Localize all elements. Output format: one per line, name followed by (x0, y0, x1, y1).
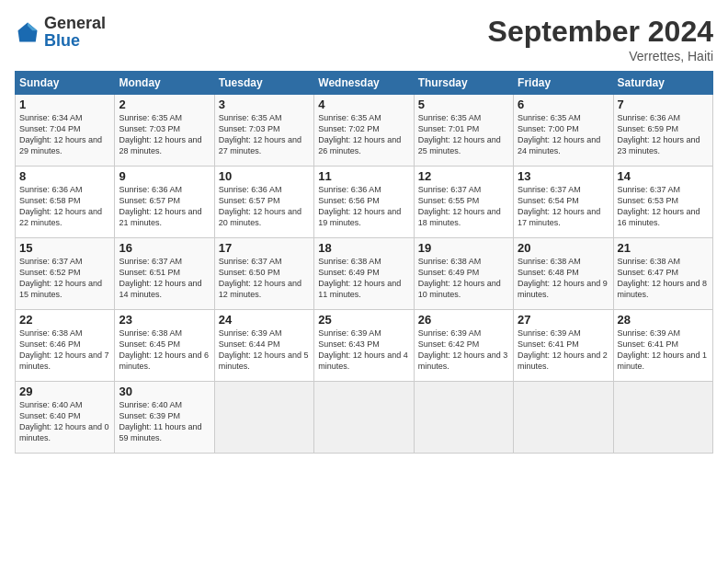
table-row: 18Sunrise: 6:38 AMSunset: 6:49 PMDayligh… (314, 238, 414, 310)
calendar-week-3: 15Sunrise: 6:37 AMSunset: 6:52 PMDayligh… (16, 238, 713, 310)
day-number: 21 (618, 241, 709, 255)
table-row: 28Sunrise: 6:39 AMSunset: 6:41 PMDayligh… (613, 310, 712, 382)
table-row: 4Sunrise: 6:35 AMSunset: 7:02 PMDaylight… (314, 95, 414, 167)
title-area: September 2024 Verrettes, Haiti (488, 15, 713, 63)
day-info: Sunrise: 6:35 AMSunset: 7:00 PMDaylight:… (518, 113, 600, 155)
day-info: Sunrise: 6:38 AMSunset: 6:45 PMDaylight:… (119, 328, 209, 371)
day-info: Sunrise: 6:36 AMSunset: 6:56 PMDaylight:… (318, 185, 401, 227)
calendar-table: Sunday Monday Tuesday Wednesday Thursday… (15, 71, 713, 454)
table-row: 8Sunrise: 6:36 AMSunset: 6:58 PMDaylight… (16, 167, 115, 238)
logo: General Blue (15, 15, 106, 50)
day-number: 6 (518, 98, 609, 111)
day-info: Sunrise: 6:38 AMSunset: 6:48 PMDaylight:… (518, 257, 608, 299)
day-info: Sunrise: 6:38 AMSunset: 6:46 PMDaylight:… (19, 328, 109, 371)
day-number: 11 (318, 169, 409, 183)
calendar-header-row: Sunday Monday Tuesday Wednesday Thursday… (16, 72, 713, 95)
table-row: 11Sunrise: 6:36 AMSunset: 6:56 PMDayligh… (314, 167, 414, 238)
day-info: Sunrise: 6:35 AMSunset: 7:03 PMDaylight:… (219, 113, 301, 155)
table-row: 14Sunrise: 6:37 AMSunset: 6:53 PMDayligh… (613, 167, 712, 238)
table-row: 10Sunrise: 6:36 AMSunset: 6:57 PMDayligh… (214, 167, 313, 238)
calendar-week-4: 22Sunrise: 6:38 AMSunset: 6:46 PMDayligh… (16, 310, 713, 382)
col-friday: Friday (514, 72, 613, 95)
day-number: 13 (518, 169, 609, 183)
logo-general-text: General (44, 14, 106, 32)
day-number: 8 (19, 169, 110, 183)
logo-icon (15, 19, 40, 45)
table-row: 24Sunrise: 6:39 AMSunset: 6:44 PMDayligh… (214, 310, 313, 382)
table-row: 19Sunrise: 6:38 AMSunset: 6:49 PMDayligh… (414, 238, 513, 310)
day-info: Sunrise: 6:38 AMSunset: 6:49 PMDaylight:… (418, 257, 501, 299)
day-number: 5 (418, 98, 509, 111)
table-row: 12Sunrise: 6:37 AMSunset: 6:55 PMDayligh… (414, 167, 513, 238)
col-tuesday: Tuesday (214, 72, 313, 95)
day-info: Sunrise: 6:37 AMSunset: 6:55 PMDaylight:… (418, 185, 501, 227)
day-number: 28 (618, 313, 709, 327)
table-row: 17Sunrise: 6:37 AMSunset: 6:50 PMDayligh… (214, 238, 313, 310)
day-number: 23 (119, 313, 210, 327)
table-row: 22Sunrise: 6:38 AMSunset: 6:46 PMDayligh… (16, 310, 115, 382)
day-info: Sunrise: 6:36 AMSunset: 6:57 PMDaylight:… (219, 185, 301, 227)
day-info: Sunrise: 6:34 AMSunset: 7:04 PMDaylight:… (19, 113, 102, 155)
day-number: 14 (618, 169, 709, 183)
day-info: Sunrise: 6:40 AMSunset: 6:40 PMDaylight:… (19, 400, 109, 442)
day-info: Sunrise: 6:37 AMSunset: 6:53 PMDaylight:… (618, 185, 700, 227)
table-row: 9Sunrise: 6:36 AMSunset: 6:57 PMDaylight… (115, 167, 214, 238)
calendar-week-1: 1Sunrise: 6:34 AMSunset: 7:04 PMDaylight… (16, 95, 713, 167)
day-info: Sunrise: 6:38 AMSunset: 6:49 PMDaylight:… (318, 257, 401, 299)
table-row: 26Sunrise: 6:39 AMSunset: 6:42 PMDayligh… (414, 310, 513, 382)
day-number: 4 (318, 98, 409, 111)
day-info: Sunrise: 6:39 AMSunset: 6:44 PMDaylight:… (219, 328, 309, 371)
header: General Blue September 2024 Verrettes, H… (15, 15, 713, 63)
table-row: 5Sunrise: 6:35 AMSunset: 7:01 PMDaylight… (414, 95, 513, 167)
day-number: 16 (119, 241, 210, 255)
day-info: Sunrise: 6:40 AMSunset: 6:39 PMDaylight:… (119, 400, 201, 442)
day-number: 19 (418, 241, 509, 255)
table-row: 16Sunrise: 6:37 AMSunset: 6:51 PMDayligh… (115, 238, 214, 310)
col-monday: Monday (115, 72, 214, 95)
col-thursday: Thursday (414, 72, 513, 95)
day-number: 2 (119, 98, 210, 111)
day-number: 29 (19, 385, 110, 398)
table-row: 7Sunrise: 6:36 AMSunset: 6:59 PMDaylight… (613, 95, 712, 167)
day-number: 3 (219, 98, 310, 111)
day-info: Sunrise: 6:36 AMSunset: 6:59 PMDaylight:… (618, 113, 700, 155)
table-row: 29Sunrise: 6:40 AMSunset: 6:40 PMDayligh… (16, 382, 115, 454)
location-title: Verrettes, Haiti (488, 49, 713, 63)
day-info: Sunrise: 6:39 AMSunset: 6:43 PMDaylight:… (318, 328, 408, 371)
day-info: Sunrise: 6:37 AMSunset: 6:52 PMDaylight:… (19, 257, 102, 299)
day-number: 15 (19, 241, 110, 255)
day-info: Sunrise: 6:38 AMSunset: 6:47 PMDaylight:… (618, 257, 708, 299)
day-number: 17 (219, 241, 310, 255)
table-row (613, 382, 712, 454)
day-number: 27 (518, 313, 609, 327)
day-number: 30 (119, 385, 210, 398)
table-row (414, 382, 513, 454)
table-row: 20Sunrise: 6:38 AMSunset: 6:48 PMDayligh… (514, 238, 613, 310)
day-number: 22 (19, 313, 110, 327)
table-row: 2Sunrise: 6:35 AMSunset: 7:03 PMDaylight… (115, 95, 214, 167)
day-number: 7 (618, 98, 709, 111)
table-row (214, 382, 313, 454)
day-info: Sunrise: 6:36 AMSunset: 6:58 PMDaylight:… (19, 185, 102, 227)
day-info: Sunrise: 6:37 AMSunset: 6:54 PMDaylight:… (518, 185, 600, 227)
day-info: Sunrise: 6:39 AMSunset: 6:41 PMDaylight:… (618, 328, 708, 371)
calendar-week-2: 8Sunrise: 6:36 AMSunset: 6:58 PMDaylight… (16, 167, 713, 238)
day-number: 26 (418, 313, 509, 327)
table-row: 21Sunrise: 6:38 AMSunset: 6:47 PMDayligh… (613, 238, 712, 310)
table-row: 27Sunrise: 6:39 AMSunset: 6:41 PMDayligh… (514, 310, 613, 382)
col-sunday: Sunday (16, 72, 115, 95)
day-info: Sunrise: 6:39 AMSunset: 6:42 PMDaylight:… (418, 328, 508, 371)
month-title: September 2024 (488, 15, 713, 49)
day-number: 12 (418, 169, 509, 183)
table-row: 13Sunrise: 6:37 AMSunset: 6:54 PMDayligh… (514, 167, 613, 238)
day-number: 20 (518, 241, 609, 255)
table-row: 30Sunrise: 6:40 AMSunset: 6:39 PMDayligh… (115, 382, 214, 454)
day-info: Sunrise: 6:37 AMSunset: 6:51 PMDaylight:… (119, 257, 201, 299)
table-row (514, 382, 613, 454)
table-row: 1Sunrise: 6:34 AMSunset: 7:04 PMDaylight… (16, 95, 115, 167)
table-row: 3Sunrise: 6:35 AMSunset: 7:03 PMDaylight… (214, 95, 313, 167)
day-number: 9 (119, 169, 210, 183)
table-row: 25Sunrise: 6:39 AMSunset: 6:43 PMDayligh… (314, 310, 414, 382)
day-info: Sunrise: 6:35 AMSunset: 7:03 PMDaylight:… (119, 113, 201, 155)
calendar-week-5: 29Sunrise: 6:40 AMSunset: 6:40 PMDayligh… (16, 382, 713, 454)
